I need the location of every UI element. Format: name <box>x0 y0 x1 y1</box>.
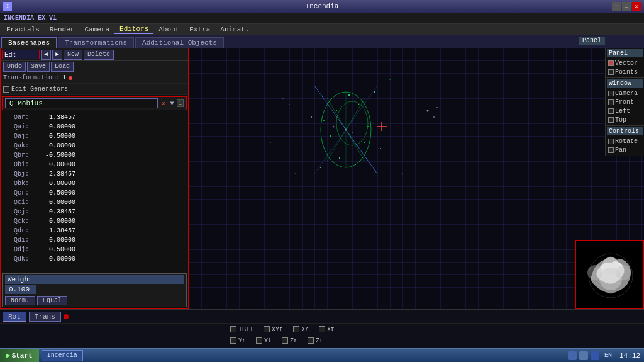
baseshape-close-button[interactable]: ✕ <box>159 99 167 108</box>
edit-generators-checkbox-label[interactable]: Edit Generators <box>3 86 68 93</box>
points-label: Points <box>615 69 638 76</box>
tbii-checkbox[interactable] <box>230 326 236 332</box>
panel-option-points[interactable]: Points <box>607 67 643 76</box>
xr-label: Xr <box>301 326 309 333</box>
rot-button[interactable]: Rot <box>3 312 26 322</box>
yr-checkbox[interactable] <box>230 337 236 344</box>
menu-about[interactable]: About <box>153 25 184 34</box>
window-section-header[interactable]: Window <box>607 79 643 88</box>
edit-generators-checkbox[interactable] <box>3 86 9 93</box>
svg-point-24 <box>345 128 347 131</box>
tbii-checkbox-label[interactable]: TBII <box>230 326 253 333</box>
next-arrow-button[interactable]: ► <box>52 50 62 60</box>
svg-point-20 <box>320 167 321 168</box>
checkboxes-row1: TBII XYt Xr Xt <box>226 324 644 335</box>
load-button[interactable]: Load <box>51 62 74 72</box>
window-option-left[interactable]: Left <box>607 106 643 115</box>
param-name: Qdk: <box>3 256 31 263</box>
param-row: Qcj:-0.38457 <box>2 207 187 217</box>
tab-additional-objects[interactable]: Additional Objects <box>135 37 224 48</box>
menu-animat[interactable]: Animat. <box>215 25 254 34</box>
baseshape-dropdown-icon[interactable]: ▼ <box>169 100 175 107</box>
start-button[interactable]: ▶ Start <box>0 349 39 362</box>
menu-fractals[interactable]: Fractals <box>1 25 45 34</box>
zt-checkbox[interactable] <box>308 337 314 344</box>
xyt-checkbox-label[interactable]: XYt <box>264 326 283 333</box>
svg-point-33 <box>436 107 438 108</box>
zr-checkbox-label[interactable]: Zr <box>282 337 297 344</box>
tray-lang: EN <box>604 352 612 359</box>
front-checkbox[interactable] <box>608 99 614 105</box>
points-checkbox[interactable] <box>608 69 614 75</box>
controls-option-pan[interactable]: Pan <box>607 145 643 154</box>
panel-header[interactable]: Panel <box>579 37 605 45</box>
xyt-label: XYt <box>272 326 283 333</box>
new-button[interactable]: New <box>64 50 82 60</box>
edit-input[interactable] <box>2 50 40 59</box>
svg-point-32 <box>433 116 435 118</box>
param-name: Qbj: <box>3 171 31 178</box>
window-option-top[interactable]: Top <box>607 115 643 124</box>
pan-checkbox[interactable] <box>608 147 614 153</box>
vector-checkbox[interactable] <box>608 60 614 66</box>
rotate-checkbox[interactable] <box>608 139 614 144</box>
app-icon-small: I <box>3 2 12 11</box>
window-controls: − □ ✕ <box>612 2 641 11</box>
weight-value[interactable]: 0.100 <box>5 285 36 294</box>
param-name: Qaj: <box>3 133 31 140</box>
svg-point-26 <box>289 104 290 105</box>
yt-checkbox[interactable] <box>256 337 262 344</box>
svg-point-30 <box>270 142 271 143</box>
menu-editors[interactable]: Editors <box>114 25 153 34</box>
param-value: -0.38457 <box>31 208 75 215</box>
param-value: -0.50000 <box>31 152 75 159</box>
yr-checkbox-label[interactable]: Yr <box>230 337 246 344</box>
yt-checkbox-label[interactable]: Yt <box>256 337 272 344</box>
rotate-label: Rotate <box>615 138 638 145</box>
zt-checkbox-label[interactable]: Zt <box>308 337 323 344</box>
window-option-camera[interactable]: Camera <box>607 89 643 98</box>
menu-extra[interactable]: Extra <box>184 25 215 34</box>
xr-checkbox[interactable] <box>293 326 299 332</box>
panel-option-vector[interactable]: Vector <box>607 59 643 67</box>
param-row: Qaj:0.50000 <box>2 132 187 141</box>
menu-camera[interactable]: Camera <box>79 25 114 34</box>
norm-button[interactable]: Norm. <box>5 296 35 305</box>
restore-button[interactable]: □ <box>622 2 631 11</box>
xt-checkbox-label[interactable]: Xt <box>319 326 335 333</box>
trans-button[interactable]: Trans <box>29 312 61 322</box>
controls-section-header[interactable]: Controls <box>607 127 643 135</box>
top-checkbox[interactable] <box>608 117 614 123</box>
minimize-button[interactable]: − <box>612 2 621 11</box>
left-checkbox[interactable] <box>608 108 614 114</box>
param-name: Qcj: <box>3 208 31 215</box>
equal-button[interactable]: Equal <box>37 296 67 305</box>
zr-checkbox[interactable] <box>282 337 288 344</box>
param-name: Qai: <box>3 123 31 130</box>
camera-checkbox[interactable] <box>608 91 614 96</box>
checkboxes-row2: Yr Yt Zr Zt <box>226 335 644 346</box>
xr-checkbox-label[interactable]: Xr <box>293 326 309 333</box>
panel-section-header[interactable]: Panel <box>607 49 643 57</box>
vector-label: Vector <box>615 60 638 67</box>
prev-arrow-button[interactable]: ◄ <box>41 50 51 60</box>
close-button[interactable]: ✕ <box>632 2 641 11</box>
svg-point-18 <box>311 116 312 118</box>
tab-baseshapes[interactable]: Baseshapes <box>1 37 57 48</box>
menu-render[interactable]: Render <box>45 25 80 34</box>
param-name: Qdj: <box>3 246 31 253</box>
save-button[interactable]: Save <box>27 62 50 72</box>
delete-button[interactable]: Delete <box>84 50 114 60</box>
window-option-front[interactable]: Front <box>607 98 643 106</box>
taskbar-incendia[interactable]: Incendia <box>42 350 83 361</box>
rot-trans-bar: Rot Trans <box>0 310 644 324</box>
xyt-checkbox[interactable] <box>264 326 270 332</box>
param-value: 0.00000 <box>31 237 75 244</box>
xt-checkbox[interactable] <box>319 326 325 332</box>
taskbar: ▶ Start Incendia EN 14:12 <box>0 348 644 362</box>
controls-option-rotate[interactable]: Rotate <box>607 137 643 145</box>
undo-button[interactable]: Undo <box>3 62 26 72</box>
param-value: 0.00000 <box>31 142 75 149</box>
tab-transformations[interactable]: Transformations <box>58 37 134 48</box>
param-value: 1.38457 <box>31 114 75 121</box>
